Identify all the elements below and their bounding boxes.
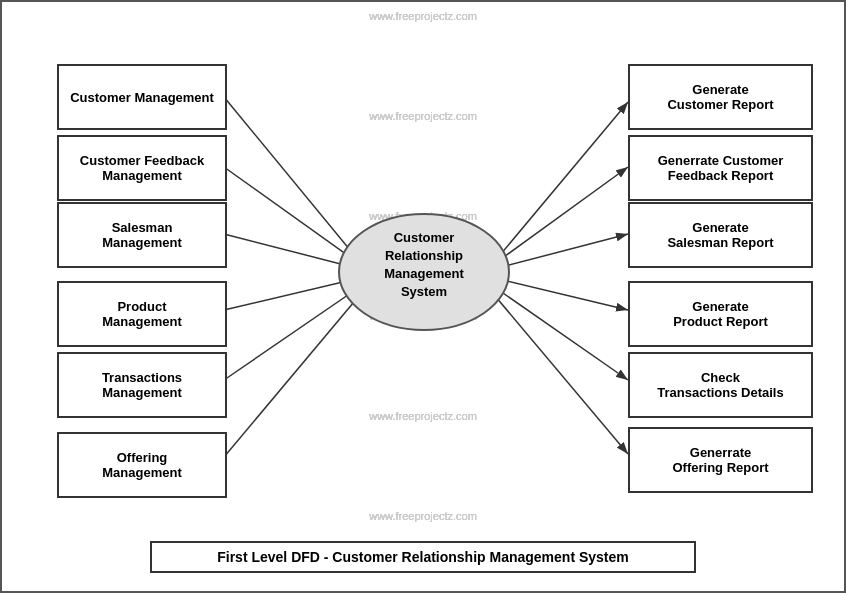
offering-management-label: OfferingManagement (102, 450, 181, 480)
svg-text:System: System (401, 284, 447, 299)
gen-offering-report-label: GenerrateOffering Report (672, 445, 768, 475)
gen-product-report-box: GenerateProduct Report (628, 281, 813, 347)
svg-text:Customer: Customer (394, 230, 455, 245)
product-management-box: ProductManagement (57, 281, 227, 347)
center-circle: Customer Relationship Management System (337, 212, 512, 332)
customer-management-box: Customer Management (57, 64, 227, 130)
transactions-management-box: TransactionsManagement (57, 352, 227, 418)
gen-customer-report-box: GenerateCustomer Report (628, 64, 813, 130)
gen-product-report-label: GenerateProduct Report (673, 299, 768, 329)
gen-feedback-report-label: Generrate CustomerFeedback Report (658, 153, 784, 183)
salesman-management-box: SalesmanManagement (57, 202, 227, 268)
svg-text:Relationship: Relationship (385, 248, 463, 263)
gen-customer-report-label: GenerateCustomer Report (667, 82, 773, 112)
caption-box: First Level DFD - Customer Relationship … (150, 541, 696, 573)
salesman-management-label: SalesmanManagement (102, 220, 181, 250)
customer-feedback-label: Customer FeedbackManagement (80, 153, 204, 183)
gen-salesman-report-box: GenerateSalesman Report (628, 202, 813, 268)
check-transactions-label: CheckTransactions Details (657, 370, 783, 400)
gen-salesman-report-label: GenerateSalesman Report (667, 220, 773, 250)
transactions-management-label: TransactionsManagement (102, 370, 182, 400)
diagram-container: www.freeprojectz.com www.freeprojectz.co… (0, 0, 846, 593)
gen-feedback-report-box: Generrate CustomerFeedback Report (628, 135, 813, 201)
caption-text: First Level DFD - Customer Relationship … (217, 549, 629, 565)
gen-offering-report-box: GenerrateOffering Report (628, 427, 813, 493)
customer-management-label: Customer Management (70, 90, 214, 105)
customer-feedback-box: Customer FeedbackManagement (57, 135, 227, 201)
product-management-label: ProductManagement (102, 299, 181, 329)
check-transactions-box: CheckTransactions Details (628, 352, 813, 418)
offering-management-box: OfferingManagement (57, 432, 227, 498)
svg-text:Management: Management (384, 266, 464, 281)
